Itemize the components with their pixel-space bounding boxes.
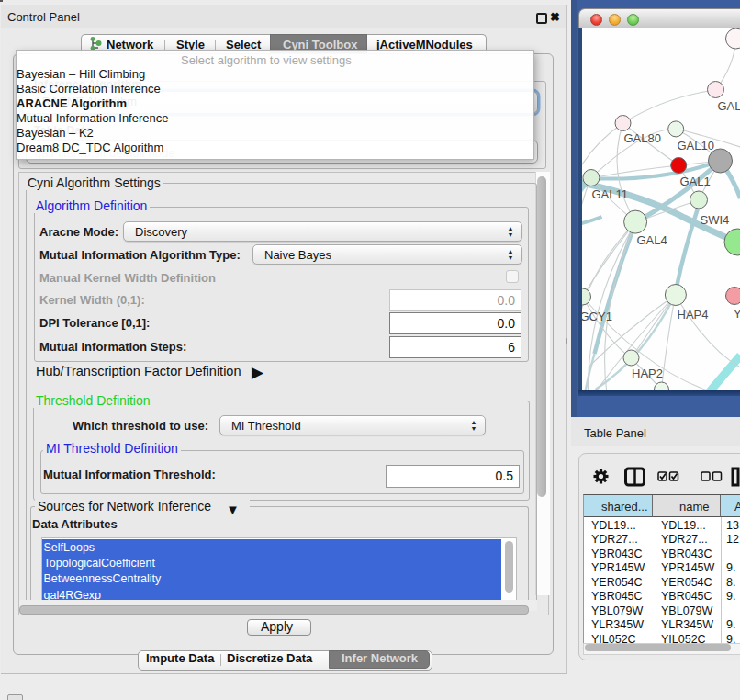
svg-text:GAL4: GAL4 <box>636 233 667 247</box>
svg-text:GAL80: GAL80 <box>623 131 660 145</box>
svg-text:GAL10: GAL10 <box>677 139 713 152</box>
svg-text:SWI4: SWI4 <box>700 213 729 227</box>
svg-text:GCY1: GCY1 <box>582 310 612 323</box>
svg-text:GAL11: GAL11 <box>591 187 628 201</box>
svg-text:HAP2: HAP2 <box>632 367 663 380</box>
svg-text:GAL: GAL <box>717 99 740 113</box>
svg-text:GAL1: GAL1 <box>679 175 710 188</box>
svg-text:Y: Y <box>734 307 740 321</box>
svg-text:HAP4: HAP4 <box>677 308 708 322</box>
